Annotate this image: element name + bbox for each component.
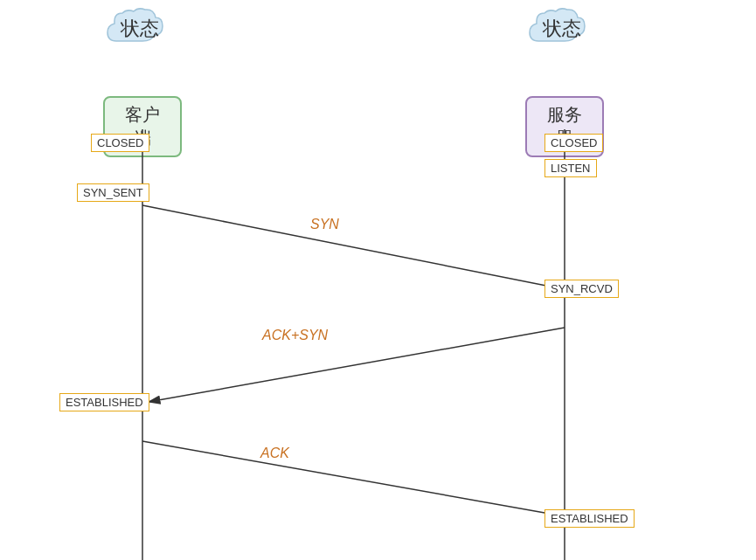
ack-syn-arrow-label: ACK+SYN [262,328,328,343]
diagram-svg [0,0,756,560]
server-closed-label: CLOSED [544,134,603,152]
server-listen-label: LISTEN [544,159,597,177]
client-closed-label: CLOSED [91,134,149,152]
server-cloud-label: 状态 [543,16,581,42]
ack-arrow-label: ACK [260,446,289,461]
svg-line-3 [149,328,565,402]
client-syn-sent-label: SYN_SENT [77,183,149,202]
svg-line-2 [142,205,559,288]
server-syn-rcvd-label: SYN_RCVD [544,280,619,298]
client-cloud-label: 状态 [121,16,159,42]
client-established-label: ESTABLISHED [59,393,149,411]
server-established-label: ESTABLISHED [544,509,635,528]
svg-line-4 [142,441,559,515]
syn-arrow-label: SYN [310,217,339,232]
